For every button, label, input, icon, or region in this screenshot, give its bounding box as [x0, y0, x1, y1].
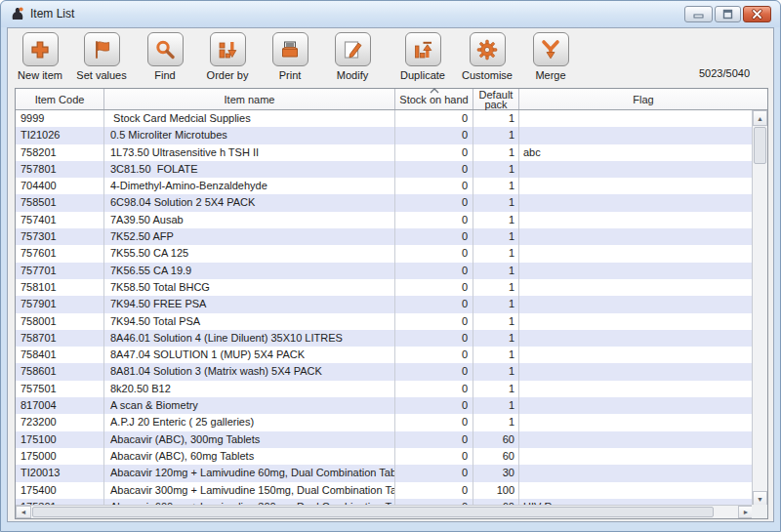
vertical-scrollbar-thumb[interactable] — [754, 127, 766, 164]
duplicate-button[interactable]: Duplicate — [391, 32, 454, 81]
cell-item-code: TI20013 — [16, 465, 104, 481]
cell-flag — [519, 212, 754, 228]
cell-stock-on-hand: 0 — [395, 347, 473, 363]
cell-item-name: 8A47.04 SOLUTION 1 (MUP) 5X4 PACK — [104, 347, 395, 363]
cell-default-pack: 1 — [473, 127, 519, 143]
vertical-scrollbar[interactable]: ▲ ▼ — [752, 110, 767, 507]
cell-item-code: 723200 — [16, 414, 104, 430]
cell-item-code: 817004 — [16, 397, 104, 414]
cell-stock-on-hand: 0 — [395, 245, 473, 262]
minimize-button[interactable] — [684, 6, 713, 22]
flag-icon — [90, 38, 113, 61]
table-row[interactable]: 7581017K58.50 Total BHCG01 — [16, 279, 754, 296]
cell-item-code: 758101 — [16, 279, 104, 296]
cell-stock-on-hand: 0 — [395, 144, 473, 161]
cell-flag — [519, 431, 754, 448]
table-row[interactable]: 7580017K94.50 Total PSA01 — [16, 313, 754, 330]
cell-flag — [519, 482, 754, 499]
cell-flag — [519, 381, 754, 397]
set-values-button[interactable]: Set values — [70, 32, 133, 81]
table-row[interactable]: TI20013Abacavir 120mg + Lamivudine 60mg,… — [16, 465, 754, 481]
cell-default-pack: 1 — [473, 228, 519, 245]
titlebar[interactable]: Item List — [1, 1, 780, 27]
table-row[interactable]: 7585016C98.04 Solution 2 5X4 PACK01 — [16, 194, 754, 211]
print-button[interactable]: Print — [259, 32, 321, 81]
table-row[interactable]: 7582011L73.50 Ultrasensitive h TSH II01a… — [16, 144, 754, 161]
cell-item-name: 3C81.50 FOLATE — [104, 161, 395, 178]
cell-item-name: Abacavir 300mg + Lamivudine 150mg, Dual … — [104, 482, 395, 499]
table-row[interactable]: 7574017A39.50 Ausab01 — [16, 212, 754, 228]
cell-stock-on-hand: 0 — [395, 482, 473, 499]
column-header-item-name[interactable]: Item name — [104, 89, 395, 109]
scrollbar-corner — [752, 505, 767, 518]
column-header-default-pack[interactable]: Default pack — [473, 89, 519, 109]
modify-button[interactable]: Modify — [321, 32, 384, 81]
cell-default-pack: 1 — [473, 347, 519, 363]
cell-flag — [519, 313, 754, 330]
cell-item-name: 4-Dimethyl-Amino-Benzaldehyde — [104, 178, 395, 194]
table-row[interactable]: 7586018A81.04 Solution 3 (Matrix wash) 5… — [16, 363, 754, 380]
table-row[interactable]: 7578013C81.50 FOLATE01 — [16, 161, 754, 178]
table-row[interactable]: TI210260.5 Microliter Microtubes01 — [16, 127, 754, 143]
cell-item-code: 757401 — [16, 212, 104, 228]
cell-item-name: 7K94.50 FREE PSA — [104, 296, 395, 312]
table-row[interactable]: 7584018A47.04 SOLUTION 1 (MUP) 5X4 PACK0… — [16, 347, 754, 363]
cell-stock-on-hand: 0 — [395, 194, 473, 211]
cell-item-code: 175100 — [16, 431, 104, 448]
maximize-button[interactable] — [715, 6, 741, 22]
table-row[interactable]: 175400Abacavir 300mg + Lamivudine 150mg,… — [16, 482, 754, 499]
table-row[interactable]: 817004A scan & Biometry01 — [16, 397, 754, 414]
item-list-window: Item List New item Set values Find — [0, 0, 781, 532]
cell-item-name: 7K58.50 Total BHCG — [104, 279, 395, 296]
table-row[interactable]: 7044004-Dimethyl-Amino-Benzaldehyde01 — [16, 178, 754, 194]
table-row[interactable]: 7587018A46.01 Solution 4 (Line Diluent) … — [16, 330, 754, 347]
cell-item-name: 7K55.50 CA 125 — [104, 245, 395, 262]
cell-item-name: Abacavir (ABC), 60mg Tablets — [104, 448, 395, 465]
cell-default-pack: 1 — [473, 178, 519, 194]
scroll-up-arrow-icon[interactable]: ▲ — [753, 110, 767, 126]
gear-icon — [475, 38, 499, 61]
cell-default-pack: 1 — [473, 330, 519, 347]
close-icon — [752, 9, 762, 20]
table-row[interactable]: 7576017K55.50 CA 12501 — [16, 245, 754, 262]
horizontal-scrollbar[interactable]: ◄ ► — [16, 505, 754, 518]
table-row[interactable]: 175100Abacavir (ABC), 300mg Tablets060 — [16, 431, 754, 448]
cell-default-pack: 1 — [473, 279, 519, 296]
cell-flag — [519, 448, 754, 465]
close-button[interactable] — [743, 6, 771, 22]
table-row[interactable]: 9999 Stock Card Medcial Supplies01 — [16, 110, 754, 127]
order-by-button[interactable]: Order by — [196, 32, 259, 81]
cell-stock-on-hand: 0 — [395, 110, 473, 127]
new-item-button[interactable]: New item — [9, 32, 71, 81]
cell-default-pack: 60 — [473, 431, 519, 448]
table-row[interactable]: 7579017K94.50 FREE PSA01 — [16, 296, 754, 312]
cell-stock-on-hand: 0 — [395, 178, 473, 194]
table-body: 9999 Stock Card Medcial Supplies01TI2102… — [16, 110, 754, 507]
printer-icon — [278, 38, 302, 61]
cell-item-code: 758501 — [16, 194, 104, 211]
table-row[interactable]: 7577017K56.55 CA 19.901 — [16, 263, 754, 279]
cell-stock-on-hand: 0 — [395, 228, 473, 245]
cell-item-code: TI21026 — [16, 127, 104, 143]
table-row[interactable]: 723200A.P.J 20 Enteric ( 25 galleries)01 — [16, 414, 754, 430]
column-header-stock-on-hand[interactable]: Stock on hand — [395, 89, 473, 109]
table-row[interactable]: 7575018k20.50 B1201 — [16, 381, 754, 397]
msupply-app-icon — [10, 6, 25, 21]
horizontal-scrollbar-thumb[interactable] — [32, 507, 714, 517]
scroll-left-arrow-icon[interactable]: ◄ — [16, 506, 31, 518]
cell-item-name: 6C98.04 Solution 2 5X4 PACK — [104, 194, 395, 211]
cell-item-name: Abacavir 120mg + Lamivudine 60mg, Dual C… — [104, 465, 395, 481]
table-row[interactable]: 7573017K52.50 AFP01 — [16, 228, 754, 245]
customise-button[interactable]: Customise — [456, 32, 518, 81]
find-button[interactable]: Find — [134, 32, 196, 81]
table-row[interactable]: 175000Abacavir (ABC), 60mg Tablets060 — [16, 448, 754, 465]
column-header-item-code[interactable]: Item Code — [16, 89, 104, 109]
duplicate-up-arrow-icon — [411, 38, 434, 61]
cell-item-name: 7K52.50 AFP — [104, 228, 395, 245]
column-header-flag[interactable]: Flag — [519, 89, 767, 109]
merge-button[interactable]: Merge — [519, 32, 582, 81]
maximize-icon — [722, 9, 733, 20]
magnifier-icon — [153, 38, 177, 61]
cell-stock-on-hand: 0 — [395, 161, 473, 178]
cell-flag — [519, 127, 754, 143]
